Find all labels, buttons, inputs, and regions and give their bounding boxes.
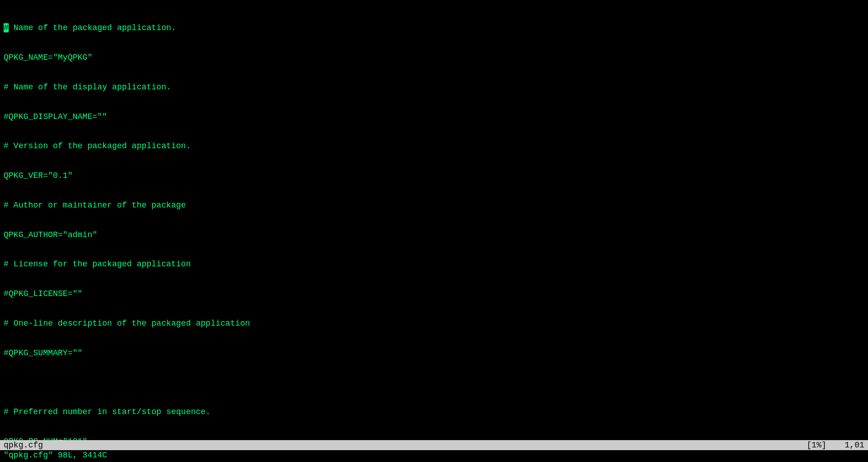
editor-line: #QPKG_LICENSE=""	[4, 289, 864, 299]
line-text-0-rest: Name of the packaged application.	[9, 23, 176, 32]
editor-line: QPKG_NAME="MyQPKG"	[4, 53, 864, 63]
editor-line: QPKG_AUTHOR="admin"	[4, 230, 864, 240]
status-percent: [1%]	[807, 440, 826, 450]
editor-line: # Version of the packaged application.	[4, 141, 864, 151]
message-text: "qpkg.cfg" 98L, 3414C	[4, 451, 107, 460]
message-line: "qpkg.cfg" 98L, 3414C	[0, 450, 868, 462]
editor-line: QPKG_VER="0.1"	[4, 171, 864, 181]
status-bar: qpkg.cfg [1%] 1,01	[0, 440, 868, 450]
editor-line: #QPKG_SUMMARY=""	[4, 348, 864, 358]
editor-line: # Preferred number in start/stop sequenc…	[4, 407, 864, 417]
status-filename: qpkg.cfg	[4, 440, 43, 450]
editor-content[interactable]: # Name of the packaged application. QPKG…	[0, 0, 868, 462]
editor-line	[4, 378, 864, 388]
editor-line: # License for the packaged application	[4, 260, 864, 270]
editor-line: # Name of the display application.	[4, 83, 864, 93]
editor-line: #QPKG_DISPLAY_NAME=""	[4, 112, 864, 122]
cursor: #	[4, 23, 9, 32]
editor-line: # Author or maintainer of the package	[4, 201, 864, 211]
editor-line: # One-line description of the packaged a…	[4, 319, 864, 329]
status-right: [1%] 1,01	[807, 440, 864, 450]
status-position: 1,01	[845, 440, 864, 450]
editor-line: # Name of the packaged application.	[4, 23, 864, 33]
